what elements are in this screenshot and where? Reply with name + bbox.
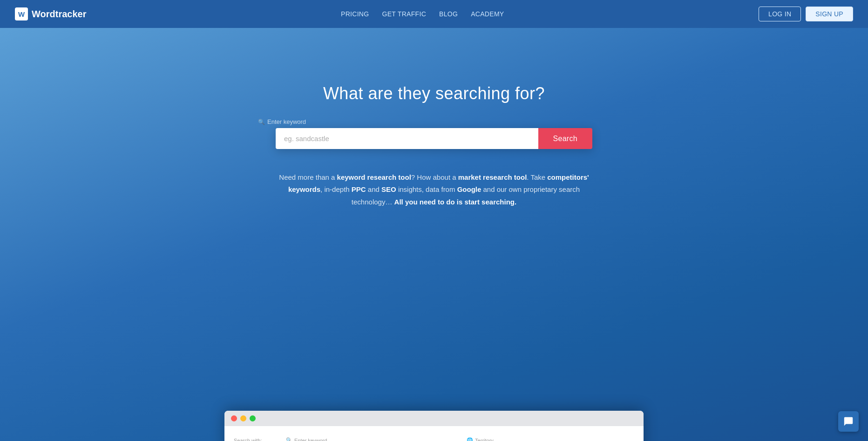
hero-search-bar: Search (276, 128, 592, 149)
keyword-label: 🔍 Enter keyword (286, 437, 461, 441)
signup-button[interactable]: SIGN UP (806, 7, 853, 21)
logo[interactable]: W Wordtracker (15, 7, 86, 20)
window-dot-yellow (240, 415, 246, 421)
chat-icon (843, 416, 854, 427)
navbar: W Wordtracker PRICING GET TRAFFIC BLOG A… (0, 0, 868, 28)
window-body: Search with: Google 🔍 Enter keyword (224, 426, 644, 441)
brand-name: Wordtracker (32, 9, 86, 20)
hero-search-button[interactable]: Search (538, 128, 593, 149)
nav-item-blog[interactable]: BLOG (439, 10, 458, 18)
nav-item-academy[interactable]: ACADEMY (471, 10, 504, 18)
nav-links: PRICING GET TRAFFIC BLOG ACADEMY (341, 10, 504, 18)
search-with-label: Search with: (234, 438, 280, 441)
globe-icon: 🌐 (467, 437, 473, 441)
nav-item-get-traffic[interactable]: GET TRAFFIC (382, 10, 426, 18)
app-window: Search with: Google 🔍 Enter keyword (224, 411, 644, 441)
territory-group: 🌐 Territory United States (467, 437, 541, 441)
hero-description: Need more than a keyword research tool? … (271, 171, 597, 208)
window-toolbar: Search with: Google 🔍 Enter keyword (234, 434, 634, 441)
app-preview-wrapper: Search with: Google 🔍 Enter keyword (224, 411, 644, 441)
hero-title: What are they searching for? (323, 84, 545, 103)
action-buttons-group: Search ⬆ Import... (547, 434, 634, 441)
search-icon: 🔍 (258, 119, 265, 125)
search-label: 🔍 Enter keyword (258, 118, 306, 125)
keyword-group: 🔍 Enter keyword (286, 437, 461, 441)
search-with-group: Search with: Google (234, 438, 280, 441)
window-dot-red (231, 415, 237, 421)
search-icon-small: 🔍 (286, 437, 292, 441)
login-button[interactable]: LOG IN (759, 7, 801, 21)
nav-buttons: LOG IN SIGN UP (759, 7, 853, 21)
territory-label: 🌐 Territory (467, 437, 541, 441)
logo-letter: W (18, 10, 25, 18)
hero-content: What are they searching for? 🔍 Enter key… (248, 84, 620, 208)
window-titlebar (224, 411, 644, 426)
hero-section: What are they searching for? 🔍 Enter key… (0, 28, 868, 441)
window-dot-green (250, 415, 256, 421)
nav-item-pricing[interactable]: PRICING (341, 10, 369, 18)
chat-widget[interactable] (838, 411, 859, 432)
logo-icon: W (15, 7, 28, 20)
hero-search-input[interactable] (276, 128, 538, 149)
